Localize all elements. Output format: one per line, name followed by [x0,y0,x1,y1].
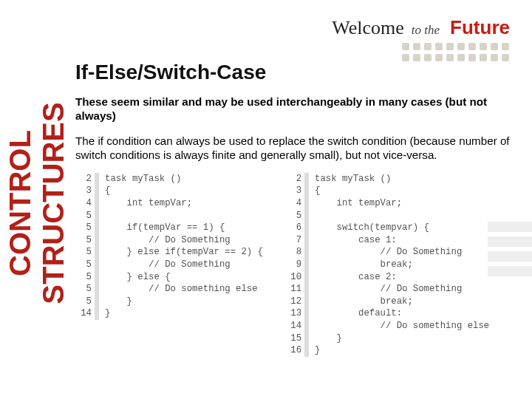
code-text: task myTask () [105,173,181,185]
line-number: 5 [75,222,92,234]
code-text: task myTask () [315,173,391,185]
line-number: 5 [75,271,92,284]
code-line: 12 break; [285,296,489,308]
line-number: 4 [285,197,301,210]
line-number: 5 [75,210,92,222]
code-text: } [105,296,132,308]
line-number: 14 [75,307,92,320]
code-block-switch: 2task myTask ()3{4 int tempVar;56 switch… [285,173,489,357]
code-text: { [315,185,320,197]
code-text: // Do Something [315,283,462,296]
code-line: 16} [285,344,489,357]
line-number: 5 [75,296,92,308]
gutter [304,185,309,197]
code-line: 2task myTask () [75,173,263,185]
code-line: 5 // Do something else [75,283,263,296]
code-line: 6 switch(tempvar) { [285,222,489,234]
gutter [304,210,309,222]
code-line: 3{ [285,185,489,197]
line-number: 8 [285,246,301,259]
code-text: // Do Something [105,259,231,271]
line-number: 6 [285,222,301,234]
code-line: 4 int tempVar; [75,197,263,210]
code-text: default: [315,307,402,320]
section-label: CONTROL STRUCTURES [4,26,70,381]
gutter [304,173,309,185]
code-line: 14 // Do something else [285,320,489,332]
code-line: 2task myTask () [285,173,489,185]
code-text: } [105,307,110,320]
gutter [304,320,309,332]
code-text: // Do Something [105,234,231,247]
code-text: if(tempVar == 1) { [105,222,225,234]
gutter [304,283,309,296]
gutter [95,222,99,234]
code-text: } [315,332,342,345]
code-line: 7 case 1: [285,234,489,247]
line-number: 10 [285,271,301,284]
line-number: 4 [75,197,92,210]
decorative-dots [402,43,510,62]
gutter [95,259,99,271]
line-number: 3 [75,185,92,197]
line-number: 2 [285,173,301,185]
line-number: 5 [75,234,92,247]
code-text: int tempVar; [105,197,192,210]
line-number: 16 [285,344,301,357]
gutter [304,234,309,247]
gutter [95,197,99,210]
line-number: 13 [285,307,301,320]
line-number: 5 [75,246,92,259]
header-future: Future [450,16,510,39]
code-line: 9 break; [285,259,489,271]
gutter [95,296,99,308]
gutter [304,296,309,308]
gutter [304,197,309,210]
gutter [304,222,309,234]
paragraph-1: These seem similar and may be used inter… [75,95,516,123]
gutter [304,344,309,357]
line-number: 5 [75,283,92,296]
gutter [304,259,309,271]
gutter [304,271,309,284]
slide: CONTROL STRUCTURES Welcome to the Future… [0,0,532,399]
paragraph-2: The if condition can always be used to r… [75,134,516,163]
code-line: 5 [75,210,263,222]
gutter [95,271,99,284]
line-number: 5 [75,259,92,271]
code-text: case 1: [315,234,397,247]
code-line: 5 } else { [75,271,263,284]
code-block-if-else: 2task myTask ()3{4 int tempVar;55 if(tem… [75,173,263,357]
code-text: break; [315,259,413,271]
slide-title: If-Else/Switch-Case [75,61,516,84]
line-number: 14 [285,320,301,332]
code-text: // Do Something [315,246,462,259]
code-text: } else if(tempVar == 2) { [105,246,263,259]
code-text: switch(tempvar) { [315,222,429,234]
gutter [304,246,309,259]
header: Welcome to the Future [332,16,510,39]
header-welcome: Welcome [332,17,404,39]
code-text: } else { [105,271,171,284]
code-line: 5 // Do Something [75,259,263,271]
code-line: 5 if(tempVar == 1) { [75,222,263,234]
gutter [95,283,99,296]
line-number: 3 [285,185,301,197]
line-number: 11 [285,283,301,296]
line-number: 15 [285,332,301,345]
gutter [95,246,99,259]
code-line: 11 // Do Something [285,283,489,296]
line-number: 7 [285,234,301,247]
gutter [95,307,99,320]
code-text: int tempVar; [315,197,402,210]
decorative-side-bars [488,222,532,281]
line-number: 9 [285,259,301,271]
code-line: 15 } [285,332,489,345]
line-number: 5 [285,210,301,222]
gutter [304,332,309,345]
code-text: // Do something else [105,283,258,296]
gutter [95,234,99,247]
line-number: 12 [285,296,301,308]
header-to-the: to the [412,23,440,38]
content-area: If-Else/Switch-Case These seem similar a… [75,61,516,357]
